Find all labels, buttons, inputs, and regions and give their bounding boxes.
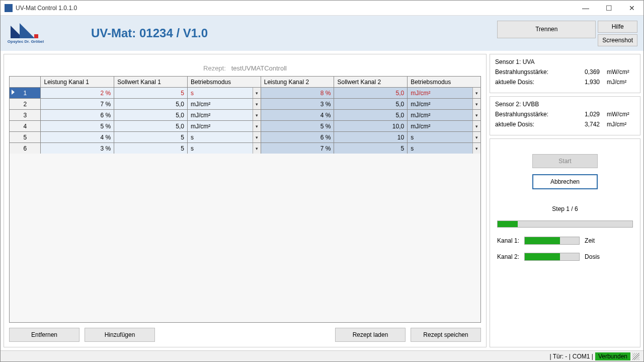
kanal1-label: Kanal 1: xyxy=(497,237,519,244)
row-number[interactable]: 6 xyxy=(10,143,41,154)
chevron-down-icon[interactable]: ▾ xyxy=(472,99,480,109)
cell-value[interactable]: 5,0 xyxy=(114,121,188,132)
cell-value[interactable]: 5 xyxy=(334,143,408,154)
hinzufuegen-button[interactable]: Hinzufügen xyxy=(85,328,155,342)
close-button[interactable]: ✕ xyxy=(620,1,643,16)
cell-value[interactable]: 5 % xyxy=(261,121,334,132)
recipe-panel: Rezept: testUVMATControll Leistung Kanal… xyxy=(4,54,487,347)
chevron-down-icon[interactable]: ▾ xyxy=(472,88,480,98)
chevron-down-icon[interactable]: ▾ xyxy=(253,121,261,131)
cell-value[interactable]: 3 % xyxy=(261,99,334,110)
row-number[interactable]: 1 xyxy=(10,88,41,99)
run-panel: Start Abbrechen Step 1 / 6 Kanal 1: Zeit… xyxy=(490,138,640,347)
chevron-down-icon[interactable]: ▾ xyxy=(472,121,480,131)
cell-value[interactable]: 5,0 xyxy=(334,99,408,110)
col-header[interactable] xyxy=(10,77,41,88)
cell-value[interactable]: 6 % xyxy=(261,132,334,143)
sensor1-dose-label: aktuelle Dosis: xyxy=(495,79,570,86)
status-connected: Verbunden xyxy=(595,352,630,360)
cell-value[interactable]: 5 xyxy=(114,132,188,143)
status-tuer: | Tür: - | xyxy=(549,353,570,360)
cell-mode[interactable]: mJ/cm²▾ xyxy=(408,88,481,99)
cell-value[interactable]: 10,0 xyxy=(334,121,408,132)
recipe-label: Rezept: testUVMATControll xyxy=(9,64,481,72)
table-row[interactable]: 12 %5s▾8 %5,0mJ/cm²▾ xyxy=(10,88,481,99)
maximize-button[interactable]: ☐ xyxy=(597,1,620,16)
chevron-down-icon[interactable]: ▾ xyxy=(472,132,480,142)
chevron-down-icon[interactable]: ▾ xyxy=(253,88,261,98)
table-row[interactable]: 36 %5,0mJ/cm²▾4 %5,0mJ/cm²▾ xyxy=(10,110,481,121)
trennen-button[interactable]: Trennen xyxy=(497,21,596,38)
cell-mode[interactable]: s▾ xyxy=(187,88,261,99)
row-number[interactable]: 2 xyxy=(10,99,41,110)
cell-mode[interactable]: s▾ xyxy=(408,143,481,154)
kanal1-progress xyxy=(524,237,580,245)
cell-value[interactable]: 5 xyxy=(114,88,188,99)
cell-value[interactable]: 7 % xyxy=(261,143,334,154)
sensor1-irr-label: Bestrahlungsstärke: xyxy=(495,68,570,76)
row-number[interactable]: 4 xyxy=(10,121,41,132)
cell-mode[interactable]: mJ/cm²▾ xyxy=(187,121,261,132)
cell-mode[interactable]: mJ/cm²▾ xyxy=(408,99,481,110)
row-number[interactable]: 5 xyxy=(10,132,41,143)
table-row[interactable]: 27 %5,0mJ/cm²▾3 %5,0mJ/cm²▾ xyxy=(10,99,481,110)
cell-value[interactable]: 5 % xyxy=(41,121,114,132)
rezept-speichern-button[interactable]: Rezept speichen xyxy=(411,328,481,342)
row-number[interactable]: 3 xyxy=(10,110,41,121)
resize-grip-icon[interactable] xyxy=(632,353,639,360)
cell-mode[interactable]: s▾ xyxy=(187,143,261,154)
cell-value[interactable]: 5,0 xyxy=(114,99,188,110)
cell-value[interactable]: 7 % xyxy=(41,99,114,110)
cell-mode[interactable]: mJ/cm²▾ xyxy=(408,121,481,132)
table-row[interactable]: 63 %5s▾7 %5s▾ xyxy=(10,143,481,154)
table-row[interactable]: 45 %5,0mJ/cm²▾5 %10,0mJ/cm²▾ xyxy=(10,121,481,132)
recipe-table[interactable]: Leistung Kanal 1Sollwert Kanal 1Betriebs… xyxy=(9,76,481,154)
cell-value[interactable]: 5,0 xyxy=(114,110,188,121)
col-header[interactable]: Leistung Kanal 1 xyxy=(41,77,114,88)
cell-mode[interactable]: s▾ xyxy=(408,132,481,143)
cell-value[interactable]: 6 % xyxy=(41,110,114,121)
step-progress xyxy=(497,221,633,228)
cell-value[interactable]: 8 % xyxy=(261,88,334,99)
sensor1-panel: Sensor 1: UVA Bestrahlungsstärke: 0,369 … xyxy=(490,54,640,93)
row-active-caret-icon xyxy=(12,90,15,95)
cell-value[interactable]: 4 % xyxy=(261,110,334,121)
entfernen-button[interactable]: Entfernen xyxy=(9,328,79,342)
cell-value[interactable]: 10 xyxy=(334,132,408,143)
cell-value[interactable]: 4 % xyxy=(41,132,114,143)
sensor2-title: Sensor 2: UVBB xyxy=(495,101,635,108)
chevron-down-icon[interactable]: ▾ xyxy=(253,110,261,120)
chevron-down-icon[interactable]: ▾ xyxy=(472,110,480,120)
table-row[interactable]: 54 %5s▾6 %10s▾ xyxy=(10,132,481,143)
col-header[interactable]: Betriebsmodus xyxy=(408,77,481,88)
step-label: Step 1 / 6 xyxy=(495,205,635,212)
chevron-down-icon[interactable]: ▾ xyxy=(253,99,261,109)
rezept-laden-button[interactable]: Rezept laden xyxy=(335,328,406,342)
chevron-down-icon[interactable]: ▾ xyxy=(253,132,261,142)
sensor2-dose-val: 3,742 xyxy=(570,121,600,128)
cell-mode[interactable]: mJ/cm²▾ xyxy=(187,99,261,110)
cell-mode[interactable]: mJ/cm²▾ xyxy=(408,110,481,121)
col-header[interactable]: Leistung Kanal 2 xyxy=(261,77,334,88)
screenshot-button[interactable]: Screenshot xyxy=(598,34,637,46)
col-header[interactable]: Sollwert Kanal 1 xyxy=(114,77,188,88)
abbrechen-button[interactable]: Abbrechen xyxy=(532,174,598,189)
cell-value[interactable]: 3 % xyxy=(41,143,114,154)
cell-mode[interactable]: mJ/cm²▾ xyxy=(187,110,261,121)
col-header[interactable]: Betriebsmodus xyxy=(187,77,261,88)
cell-value[interactable]: 5,0 xyxy=(334,88,408,99)
sensor2-dose-label: aktuelle Dosis: xyxy=(495,121,570,128)
cell-value[interactable]: 2 % xyxy=(41,88,114,99)
kanal2-unit: Dosis xyxy=(585,253,600,260)
col-header[interactable]: Sollwert Kanal 2 xyxy=(334,77,408,88)
cell-mode[interactable]: s▾ xyxy=(187,132,261,143)
cell-value[interactable]: 5 xyxy=(114,143,188,154)
window-title: UV-Mat Control 1.0.1.0 xyxy=(16,5,574,12)
minimize-button[interactable]: — xyxy=(574,1,597,16)
app-icon xyxy=(5,4,13,12)
chevron-down-icon[interactable]: ▾ xyxy=(253,143,261,154)
cell-value[interactable]: 5,0 xyxy=(334,110,408,121)
start-button[interactable]: Start xyxy=(532,154,598,168)
chevron-down-icon[interactable]: ▾ xyxy=(472,143,480,154)
hilfe-button[interactable]: Hilfe xyxy=(598,21,637,33)
